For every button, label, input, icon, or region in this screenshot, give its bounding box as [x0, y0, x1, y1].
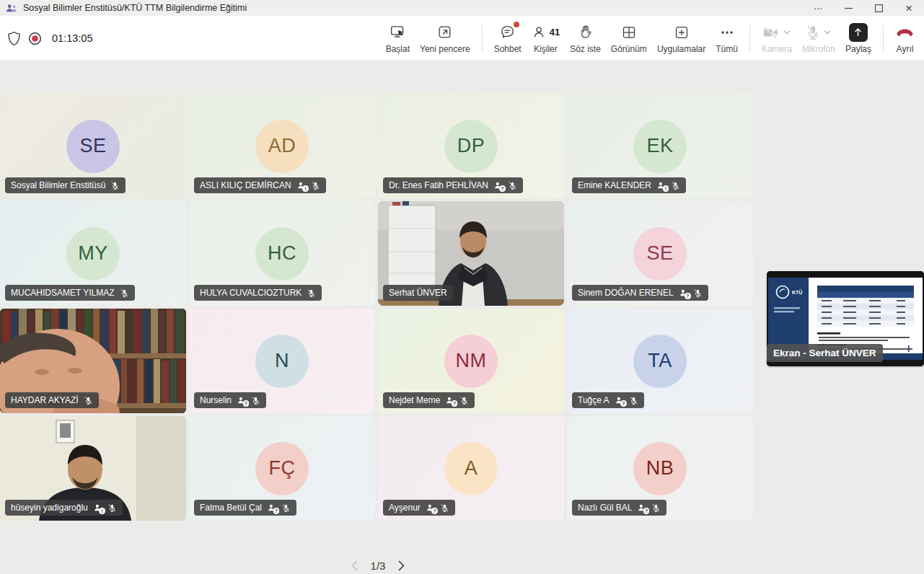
participant-tile[interactable]: N Nurselin ? [189, 309, 375, 413]
mic-chevron-down-icon[interactable] [824, 30, 831, 35]
participant-grid: SE Sosyal Bilimler Enstitüsü AD ASLI KIL… [0, 94, 753, 521]
titlebar-more-button[interactable]: ⋯ [803, 0, 833, 16]
toolbar-divider [749, 25, 750, 52]
participant-name-pill: Emine KALENDER ! [572, 177, 686, 193]
participant-tile[interactable]: FÇ Fatma Betül Çal ? [189, 416, 375, 521]
participant-name: hüseyin yadigaroğlu [11, 503, 88, 513]
mic-button[interactable]: Mikrofon [797, 23, 840, 54]
participant-name-pill: Fatma Betül Çal ? [194, 500, 296, 516]
screen-share-thumbnail[interactable]: KTÜ Ek [767, 271, 924, 366]
start-button[interactable]: Başlat [381, 23, 415, 54]
participant-tile[interactable]: TA Tuğçe A ? [567, 309, 753, 413]
participant-tile[interactable]: SE Sosyal Bilimler Enstitüsü [0, 94, 186, 198]
apps-label: Uygulamalar [657, 44, 705, 54]
mic-muted-icon [651, 503, 661, 513]
security-shield-icon[interactable] [7, 31, 21, 46]
avatar: A [444, 442, 498, 495]
avatar: NM [444, 335, 498, 388]
raise-hand-label: Söz iste [570, 44, 601, 54]
participant-tile[interactable]: DP Dr. Enes Fatih PEHLİVAN ? [378, 94, 564, 198]
avatar: SE [633, 227, 687, 281]
mic-muted-icon [459, 396, 469, 405]
participant-tile[interactable]: NM Nejdet Meme ? [378, 309, 564, 413]
page-indicator: 1/3 [371, 560, 386, 572]
more-button[interactable]: Tümü [710, 23, 743, 54]
raise-hand-button[interactable]: Söz iste [565, 23, 606, 54]
minimize-button[interactable] [833, 0, 863, 16]
participant-tile-active-speaker[interactable]: Serhat ÜNVER [378, 201, 564, 306]
mic-muted-icon [251, 396, 260, 405]
participant-name-pill: HULYA CUVALCIOZTURK [194, 285, 322, 301]
leave-button[interactable]: Ayrıl [890, 23, 920, 54]
close-button[interactable]: ✕ [894, 0, 924, 16]
participant-tile[interactable]: AD ASLI KILIÇ DEMİRCAN ! [189, 94, 375, 198]
window-titlebar: Sosyal Bilimler Enstitüsü/KTÜ TTM Bilgil… [0, 0, 924, 16]
participant-name: Ayşenur [389, 503, 421, 513]
participant-tile[interactable]: NB Nazlı Gül BAL ? [567, 416, 753, 521]
participant-name-pill: Sinem DOĞAN ERENEL ? [572, 285, 708, 301]
participant-name-pill: ASLI KILIÇ DEMİRCAN ! [194, 177, 326, 193]
view-button[interactable]: Görünüm [606, 23, 652, 54]
new-window-button[interactable]: Yeni pencere [415, 23, 475, 54]
participant-name: Sinem DOĞAN ERENEL [578, 288, 674, 298]
participant-tile[interactable]: A Ayşenur ? [378, 416, 564, 521]
window-title: Sosyal Bilimler Enstitüsü/KTÜ TTM Bilgil… [23, 3, 247, 13]
participant-name: Nazlı Gül BAL [578, 503, 632, 513]
participant-tile[interactable]: SE Sinem DOĞAN ERENEL ? [567, 201, 753, 306]
mic-muted-icon [671, 181, 680, 190]
participant-name: Dr. Enes Fatih PEHLİVAN [389, 180, 488, 190]
person-badge-icon: ? [679, 288, 688, 298]
toolbar-divider [482, 25, 483, 52]
participant-name-pill: Serhat ÜNVER [383, 285, 453, 301]
participant-name: Nurselin [200, 395, 232, 405]
people-count: 41 [550, 27, 560, 37]
view-grid-icon [621, 23, 637, 42]
leave-label: Ayrıl [897, 44, 914, 54]
person-badge-icon: ! [93, 503, 102, 513]
participant-tile[interactable]: EK Emine KALENDER ! [567, 94, 753, 198]
mic-off-icon [806, 25, 820, 40]
participant-tile[interactable]: HAYDAR AKYAZİ [0, 309, 186, 413]
camera-off-icon [762, 25, 780, 40]
people-button[interactable]: 41 Kişiler [527, 23, 565, 54]
mic-muted-icon [508, 181, 517, 190]
chat-icon [499, 23, 516, 42]
avatar: HC [255, 227, 309, 281]
next-page-chevron-icon[interactable] [397, 559, 406, 573]
svg-text:KTÜ: KTÜ [792, 289, 802, 295]
participant-tile[interactable]: hüseyin yadigaroğlu ! [0, 416, 186, 521]
participant-name: ASLI KILIÇ DEMİRCAN [200, 180, 291, 190]
person-badge-icon: ! [656, 181, 666, 190]
chat-button[interactable]: Sohbet [489, 23, 527, 54]
participant-name-pill: Dr. Enes Fatih PEHLİVAN ? [383, 177, 523, 193]
participant-name: Emine KALENDER [578, 180, 651, 190]
person-badge-icon: ? [267, 503, 276, 513]
participant-tile[interactable]: HC HULYA CUVALCIOZTURK [189, 201, 375, 306]
person-badge-icon: ? [426, 503, 435, 513]
people-icon [532, 25, 547, 40]
participant-name-pill: HAYDAR AKYAZİ [5, 392, 99, 408]
participant-name: Tuğçe A [578, 395, 610, 405]
camera-button[interactable]: Kamera [757, 23, 797, 54]
camera-label: Kamera [762, 44, 792, 54]
maximize-button[interactable] [863, 0, 894, 16]
apps-button[interactable]: Uygulamalar [652, 23, 710, 54]
start-label: Başlat [386, 44, 410, 54]
avatar: AD [255, 120, 309, 173]
participant-name: HULYA CUVALCIOZTURK [200, 288, 302, 298]
participant-name-pill: Tuğçe A ? [572, 392, 644, 408]
person-badge-icon: ? [493, 181, 503, 190]
share-button[interactable]: Paylaş [840, 23, 876, 54]
avatar: DP [444, 120, 498, 173]
meeting-toolbar: 01:13:05 Başlat Yeni pencere Sohbet [0, 16, 924, 61]
mic-muted-icon [629, 396, 638, 405]
participant-tile[interactable]: MY MUCAHIDSAMET YILMAZ [0, 201, 186, 306]
mic-label: Mikrofon [802, 44, 835, 54]
avatar: SE [66, 120, 120, 173]
share-arrow-icon [849, 23, 868, 42]
previous-page-chevron-icon[interactable] [350, 559, 359, 573]
camera-chevron-down-icon[interactable] [783, 30, 791, 35]
new-window-icon [437, 23, 453, 42]
participant-name: Fatma Betül Çal [200, 503, 262, 513]
raise-hand-icon [578, 23, 593, 42]
